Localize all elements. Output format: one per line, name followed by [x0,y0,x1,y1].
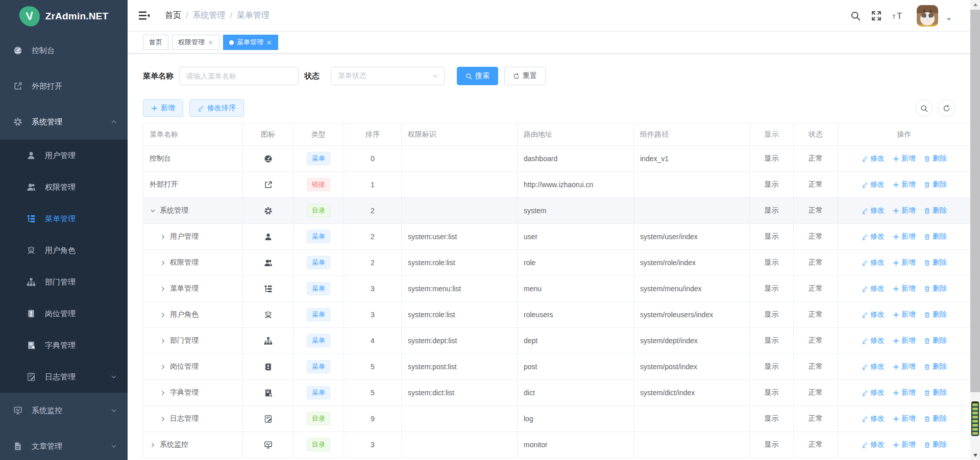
add-link[interactable]: 新增 [893,180,916,189]
cell-route: role [518,250,634,276]
scrollbar-up-arrow[interactable] [970,0,980,9]
sidebar-item-日志管理[interactable]: 日志管理 [0,361,128,393]
delete-link[interactable]: 删除 [924,336,947,345]
scrollbar-thumb[interactable] [970,10,980,392]
add-link[interactable]: 新增 [893,258,916,267]
cell-perm: system:menu:list [402,276,518,302]
edit-link[interactable]: 修改 [862,154,885,163]
edit-link[interactable]: 修改 [862,310,885,319]
scrollbar-down-arrow[interactable] [970,451,980,460]
expand-arrow-icon[interactable] [160,312,166,318]
search-button[interactable]: 搜索 [457,67,498,85]
breadcrumb-item-首页[interactable]: 首页 [165,10,181,21]
font-size-icon[interactable]: TT [892,11,906,20]
add-link[interactable]: 新增 [893,284,916,293]
edit-link[interactable]: 修改 [862,180,885,189]
tab-权限管理[interactable]: 权限管理 [172,35,219,50]
menu-name-input[interactable] [179,67,299,85]
edit-link[interactable]: 修改 [862,258,885,267]
expand-arrow-icon[interactable] [150,208,156,214]
expand-arrow-icon[interactable] [150,442,156,448]
add-link[interactable]: 新增 [893,232,916,241]
sidebar-item-字典管理[interactable]: 字典管理 [0,329,128,361]
expand-arrow-icon[interactable] [160,234,166,240]
modify-sort-button[interactable]: 修改排序 [189,99,244,117]
close-icon[interactable] [266,40,272,45]
page-scrollbar[interactable] [970,0,980,460]
expand-arrow-icon[interactable] [160,390,166,396]
sidebar-item-label: 文章管理 [32,442,62,451]
cell-icon [243,146,293,172]
sidebar-item-文章管理[interactable]: 文章管理 [0,428,128,460]
chevron-up-icon [110,118,117,125]
delete-link-label: 删除 [933,180,947,189]
delete-link[interactable]: 删除 [924,180,947,189]
add-link[interactable]: 新增 [893,310,916,319]
delete-link[interactable]: 删除 [924,284,947,293]
sidebar-item-系统管理[interactable]: 系统管理 [0,104,128,140]
sidebar-item-岗位管理[interactable]: 岗位管理 [0,298,128,329]
edit-link[interactable]: 修改 [862,414,885,423]
add-link[interactable]: 新增 [893,206,916,215]
delete-link[interactable]: 删除 [924,206,947,215]
sidebar-item-用户角色[interactable]: 用户角色 [0,235,128,266]
add-link-label: 新增 [901,258,916,267]
trash-icon [924,338,930,344]
delete-link[interactable]: 删除 [924,362,947,371]
add-link[interactable]: 新增 [893,154,916,163]
edit-link[interactable]: 修改 [862,440,885,449]
edit-link[interactable]: 修改 [862,284,885,293]
add-link[interactable]: 新增 [893,362,916,371]
cell-status: 正常 [794,302,838,328]
edit-link[interactable]: 修改 [862,362,885,371]
sidebar-item-控制台[interactable]: 控制台 [0,33,128,68]
edit-link[interactable]: 修改 [862,388,885,397]
add-link[interactable]: 新增 [893,440,916,449]
edit-link[interactable]: 修改 [862,232,885,241]
edit-link[interactable]: 修改 [862,206,885,215]
cell-type: 菜单 [293,250,344,276]
delete-link[interactable]: 删除 [924,440,947,449]
expand-arrow-icon[interactable] [160,364,166,370]
sidebar-item-外部打开[interactable]: 外部打开 [0,68,128,104]
user-avatar[interactable] [917,5,938,27]
sidebar-item-权限管理[interactable]: 权限管理 [0,171,128,203]
tab-首页[interactable]: 首页 [143,35,168,50]
add-link[interactable]: 新增 [893,336,916,345]
close-icon[interactable] [208,40,213,45]
delete-link[interactable]: 删除 [924,258,947,267]
plus-icon [893,234,899,240]
sidebar-item-label: 岗位管理 [45,309,76,319]
expand-arrow-icon[interactable] [160,286,166,292]
add-button[interactable]: 新增 [143,99,183,117]
expand-arrow-icon[interactable] [160,416,166,422]
delete-link[interactable]: 删除 [924,154,947,163]
fullscreen-icon[interactable] [871,11,881,21]
table-search-toggle-button[interactable] [915,99,933,117]
trash-icon [924,442,930,448]
table-row-系统监控: 系统监控目录3monitor显示正常修改新增删除 [143,432,971,458]
hamburger-icon[interactable] [139,11,150,20]
delete-link[interactable]: 删除 [924,414,947,423]
edit-link-label: 修改 [870,362,885,371]
trash-icon [924,286,930,292]
table-refresh-button[interactable] [938,99,955,117]
reset-button[interactable]: 重置 [504,67,546,85]
delete-link[interactable]: 删除 [924,310,947,319]
add-link[interactable]: 新增 [893,414,916,423]
tab-菜单管理[interactable]: 菜单管理 [223,35,278,50]
app-logo[interactable]: V ZrAdmin.NET [0,0,128,33]
status-select[interactable]: 菜单状态 [331,67,445,85]
delete-link[interactable]: 删除 [924,232,947,241]
search-icon[interactable] [850,11,861,21]
expand-arrow-icon[interactable] [160,338,166,344]
expand-arrow-icon[interactable] [160,260,166,266]
edit-link[interactable]: 修改 [862,336,885,345]
sidebar-item-部门管理[interactable]: 部门管理 [0,266,128,298]
delete-link[interactable]: 删除 [924,388,947,397]
sidebar-item-菜单管理[interactable]: 菜单管理 [0,203,128,235]
sidebar-item-系统监控[interactable]: 系统监控 [0,393,128,428]
sidebar-item-用户管理[interactable]: 用户管理 [0,140,128,171]
cell-visible: 显示 [750,328,794,354]
add-link[interactable]: 新增 [893,388,916,397]
